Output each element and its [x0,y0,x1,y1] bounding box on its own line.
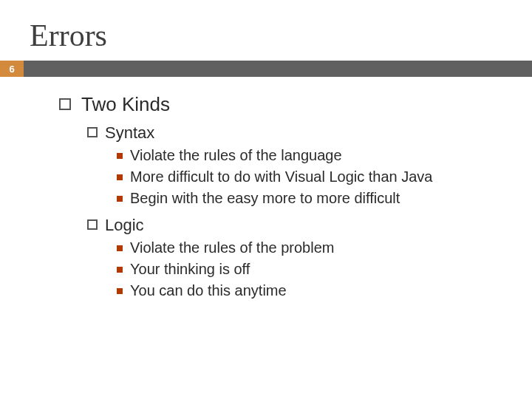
bullet-level3: Violate the rules of the problem [117,238,502,258]
bullet-level2: Logic [87,216,502,235]
level3-text: Violate the rules of the problem [130,239,334,256]
page-number-chip: 6 [0,61,24,77]
square-filled-icon [117,267,123,273]
bullet-level3: Violate the rules of the language [117,146,502,166]
square-open-icon [87,127,98,137]
square-open-icon [59,98,71,110]
square-filled-icon [117,288,123,294]
square-filled-icon [117,174,123,180]
title-bar: 6 [0,61,532,77]
square-open-icon [87,219,98,230]
bullet-level3: More difficult to do with Visual Logic t… [117,167,502,187]
slide: Errors 6 Two Kinds Syntax Violate the ru… [0,0,532,399]
bullet-level3: Begin with the easy more to more difficu… [117,188,502,208]
level1-text: Two Kinds [81,93,170,115]
bullet-level3: You can do this anytime [117,281,502,301]
slide-title: Errors [0,0,532,61]
level3-text: Violate the rules of the language [130,147,342,163]
bullet-level3: Your thinking is off [117,259,502,279]
content-area: Two Kinds Syntax Violate the rules of th… [0,77,532,301]
bullet-level1: Two Kinds [59,93,502,116]
bullet-level2: Syntax [87,123,502,143]
title-bar-fill [24,61,532,77]
level2-text: Syntax [105,123,154,142]
square-filled-icon [117,196,123,202]
level3-text: Your thinking is off [130,261,250,277]
level3-text: Begin with the easy more to more difficu… [130,190,400,206]
level3-text: You can do this anytime [130,282,287,299]
level2-text: Logic [105,216,144,234]
level3-text: More difficult to do with Visual Logic t… [130,168,433,185]
square-filled-icon [117,245,123,251]
square-filled-icon [117,153,123,159]
